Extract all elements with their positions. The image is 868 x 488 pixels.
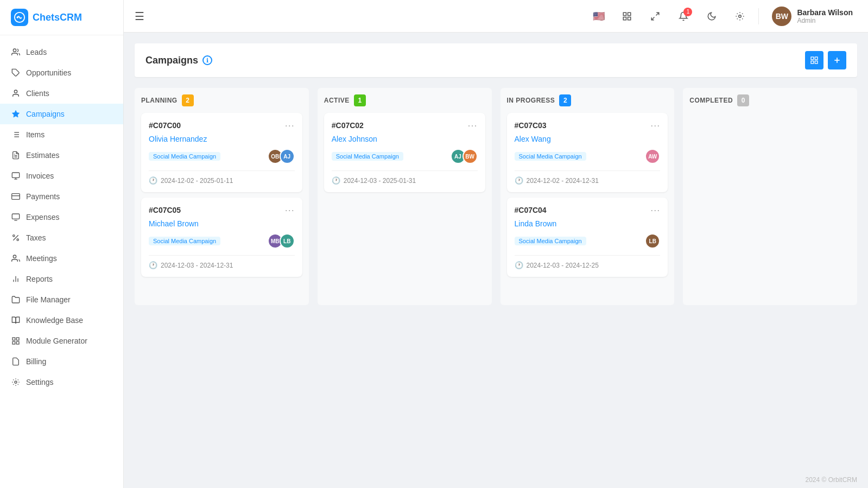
card-tag-row: Social Media Campaign OB AJ [149,149,295,164]
sidebar: ChetsCRM Leads Opp [0,0,124,488]
app-wrapper: ChetsCRM Leads Opp [0,0,868,488]
sidebar-item-clients[interactable]: Clients [0,83,123,104]
card-avatars: AW [645,149,660,164]
card-tag-row: Social Media Campaign AJ BW [332,149,478,164]
card-header: #C07C00 ··· [149,121,295,130]
star-icon [11,109,21,119]
page-title-row: Campaigns ℹ [145,55,212,66]
sidebar-item-settings[interactable]: Settings [0,372,123,392]
report-icon [11,274,21,284]
card-tag-row: Social Media Campaign AW [515,149,661,164]
avatar: LB [645,233,660,249]
theme-button[interactable] [702,7,721,26]
card-menu-button[interactable]: ··· [650,121,660,130]
sidebar-label-payments: Payments [26,192,60,201]
card-c07c00[interactable]: #C07C00 ··· Olivia Hernandez Social Medi… [141,113,302,192]
info-icon[interactable]: ℹ [202,55,212,65]
svg-rect-17 [12,194,20,200]
grid-view-button[interactable] [805,51,823,69]
svg-rect-42 [811,61,814,64]
list-icon [11,130,21,140]
hamburger-button[interactable]: ☰ [135,10,144,23]
card-date-row: 🕐 2024-12-03 - 2024-12-31 [149,255,295,269]
card-c07c05[interactable]: #C07C05 ··· Michael Brown Social Media C… [141,198,302,277]
card-id: #C07C00 [149,121,181,130]
flag-button[interactable]: 🇺🇸 [589,7,609,26]
card-c07c02[interactable]: #C07C02 ··· Alex Johnson Social Media Ca… [324,113,485,192]
column-in-progress: IN PROGRESS 2 #C07C03 ··· Alex Wang Soci… [500,88,675,305]
card-tag: Social Media Campaign [149,237,220,245]
sidebar-item-payments[interactable]: Payments [0,186,123,207]
card-c07c04[interactable]: #C07C04 ··· Linda Brown Social Media Cam… [507,198,668,277]
flag-icon: 🇺🇸 [593,10,605,22]
card-c07c03[interactable]: #C07C03 ··· Alex Wang Social Media Campa… [507,113,668,192]
card-name[interactable]: Linda Brown [515,219,661,228]
avatar: BW [462,149,478,164]
sidebar-item-campaigns[interactable]: Campaigns [0,104,123,124]
sidebar-item-invoices[interactable]: Invoices [0,166,123,186]
sidebar-label-items: Items [26,130,45,139]
apps-button[interactable] [617,7,637,26]
svg-marker-5 [12,110,19,117]
card-tag-row: Social Media Campaign LB [515,233,661,249]
copyright: 2024 © OrbitCRM [124,472,868,488]
gear-button[interactable] [730,7,750,26]
avatar: AW [645,149,660,164]
card-name[interactable]: Michael Brown [149,219,295,228]
fullscreen-button[interactable] [645,7,665,26]
tag-icon [11,68,21,78]
users-icon [11,47,21,57]
svg-rect-41 [815,57,818,60]
sidebar-label-meetings: Meetings [26,254,57,263]
card-menu-button[interactable]: ··· [285,121,295,130]
sidebar-label-file-manager: File Manager [26,295,71,304]
card-menu-button[interactable]: ··· [467,121,477,130]
sidebar-item-opportunities[interactable]: Opportunities [0,62,123,83]
folder-icon [11,295,21,305]
sidebar-item-meetings[interactable]: Meetings [0,248,123,269]
sidebar-item-expenses[interactable]: Expenses [0,207,123,227]
card-date: 2024-12-03 - 2024-12-31 [161,262,233,269]
sidebar-item-billing[interactable]: Billing [0,351,123,372]
svg-line-37 [656,12,659,15]
sidebar-label-billing: Billing [26,357,46,366]
card-header: #C07C03 ··· [515,121,661,130]
card-date-row: 🕐 2024-12-02 - 2025-01-11 [149,170,295,185]
user-profile[interactable]: BW Barbara Wilson Admin [768,4,857,28]
clock-icon: 🕐 [149,176,157,185]
card-menu-button[interactable]: ··· [650,205,660,215]
card-name[interactable]: Alex Wang [515,135,661,143]
svg-point-4 [14,90,17,93]
column-badge-in-progress: 2 [559,94,571,106]
sidebar-item-estimates[interactable]: Estimates [0,145,123,166]
meeting-icon [11,253,21,263]
svg-point-2 [13,49,16,52]
svg-rect-29 [16,338,19,340]
sidebar-item-taxes[interactable]: Taxes [0,227,123,248]
avatar: BW [772,7,791,26]
topbar-actions: 🇺🇸 1 [589,4,857,28]
column-header-in-progress: IN PROGRESS 2 [507,94,668,106]
sidebar-label-settings: Settings [26,378,54,386]
add-campaign-button[interactable] [828,51,846,69]
svg-point-24 [13,255,16,258]
clock-icon: 🕐 [332,176,340,185]
sidebar-item-file-manager[interactable]: File Manager [0,289,123,310]
card-date: 2024-12-03 - 2025-01-31 [344,177,416,185]
sidebar-item-reports[interactable]: Reports [0,269,123,289]
sidebar-item-leads[interactable]: Leads [0,42,123,62]
column-header-completed: COMPLETED 0 [689,94,851,106]
sidebar-item-items[interactable]: Items [0,124,123,145]
card-menu-button[interactable]: ··· [285,205,295,215]
card-tag: Social Media Campaign [515,237,586,245]
svg-point-23 [17,239,18,240]
clock-icon: 🕐 [515,261,523,269]
card-header: #C07C02 ··· [332,121,478,130]
card-name[interactable]: Alex Johnson [332,135,478,143]
doc-icon [11,150,21,160]
sidebar-item-module-generator[interactable]: Module Generator [0,331,123,351]
user-name: Barbara Wilson [797,8,853,17]
sidebar-item-knowledge-base[interactable]: Knowledge Base [0,310,123,331]
notification-button[interactable]: 1 [674,7,693,26]
card-name[interactable]: Olivia Hernandez [149,135,295,143]
